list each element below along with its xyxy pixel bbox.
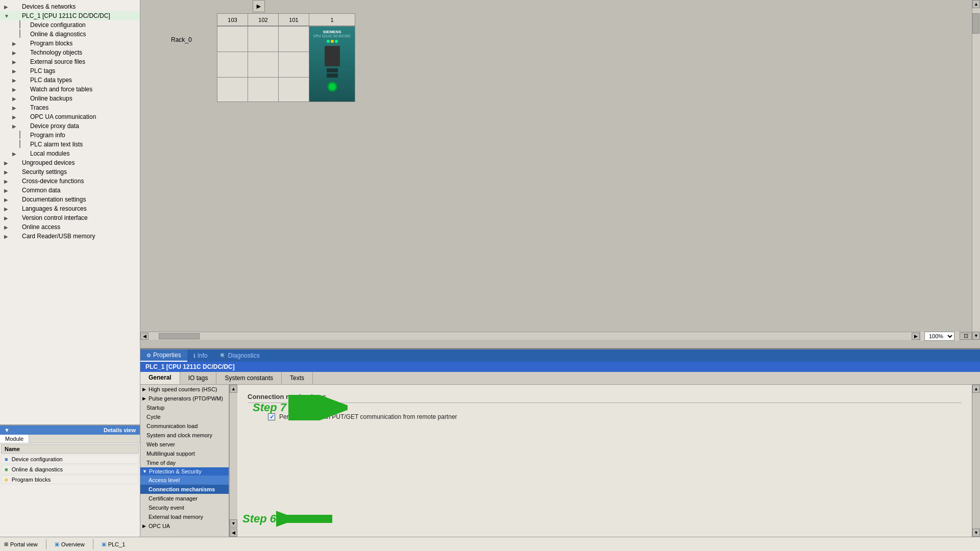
sidebar-item-device-proxy[interactable]: ▶ Device proxy data bbox=[0, 121, 140, 131]
tab-info[interactable]: ℹ Info bbox=[187, 350, 214, 361]
status-portal-view[interactable]: ⊞ Portal view bbox=[4, 541, 38, 547]
details-icon3: ■ bbox=[5, 477, 8, 483]
folder-icon2 bbox=[19, 39, 29, 47]
connection-mechanisms-title: Connection mechanisms bbox=[248, 393, 962, 403]
rack-diagram: ► 103 102 101 1 bbox=[171, 0, 355, 102]
folder-icon6 bbox=[19, 76, 29, 84]
sidebar-item-devices-networks[interactable]: ▶ Devices & networks bbox=[0, 2, 140, 11]
bottom-panel: ⚙ Properties ℹ Info 🔍 Diagnostics PLC_1 … bbox=[140, 348, 980, 537]
portal-icon: ⊞ bbox=[4, 541, 8, 547]
details-row[interactable]: ■ Device configuration bbox=[1, 455, 139, 464]
scroll-left-btn[interactable]: ◀ bbox=[140, 333, 149, 340]
details-title: ▼ Details view bbox=[0, 425, 140, 435]
sidebar-item-ungrouped[interactable]: ▶ Ungrouped devices bbox=[0, 158, 140, 167]
sidebar-item-opc-ua[interactable]: ▶ OPC UA communication bbox=[0, 112, 140, 121]
prop-scroll-down[interactable]: ▼ bbox=[972, 529, 980, 537]
folder-icon13 bbox=[11, 159, 20, 167]
nav-startup[interactable]: Startup bbox=[140, 403, 229, 412]
sidebar-item-online-diagnostics[interactable]: Online & diagnostics bbox=[0, 30, 140, 39]
nav-sys-clock[interactable]: System and clock memory bbox=[140, 431, 229, 440]
folder-icon14 bbox=[11, 168, 20, 176]
nav-scroll-down[interactable]: ▼ bbox=[230, 519, 237, 528]
sidebar-item-cross-device[interactable]: ▶ Cross-device functions bbox=[0, 177, 140, 186]
details-col-name: Name bbox=[1, 444, 139, 454]
nav-multilingual[interactable]: Multilingual support bbox=[140, 449, 229, 458]
arrow-opc-icon: ▶ bbox=[142, 523, 146, 529]
canvas-hscroll[interactable]: ◀ ▶ 100% ⊡ bbox=[140, 332, 972, 340]
sidebar-item-online-backups[interactable]: ▶ Online backups bbox=[0, 94, 140, 103]
nav-protection-security[interactable]: ▼ Protection & Security bbox=[140, 467, 229, 475]
zoom-select[interactable]: 100% bbox=[924, 332, 954, 341]
nav-hsc-group[interactable]: ▶ High speed counters (HSC) bbox=[140, 385, 229, 394]
nav-expand-btn[interactable]: ◀ bbox=[230, 529, 237, 537]
nav-web-server[interactable]: Web server bbox=[140, 440, 229, 449]
nav-security-event[interactable]: Security event bbox=[140, 503, 229, 512]
nav-access-level[interactable]: Access level bbox=[140, 475, 229, 485]
status-plc[interactable]: ▣ PLC_1 bbox=[102, 541, 126, 547]
nav-external-load-memory[interactable]: External load memory bbox=[140, 512, 229, 521]
sidebar-item-plc-alarm[interactable]: PLC alarm text lists bbox=[0, 140, 140, 149]
sidebar-item-local-modules[interactable]: ▶ Local modules bbox=[0, 149, 140, 158]
nav-cycle[interactable]: Cycle bbox=[140, 412, 229, 421]
sidebar-item-plc-data-types[interactable]: ▶ PLC data types bbox=[0, 76, 140, 85]
chevron-right-icon2: ▶ bbox=[12, 41, 19, 46]
nav-certificate-manager[interactable]: Certificate manager bbox=[140, 494, 229, 503]
nav-pulse-group[interactable]: ▶ Pulse generators (PTO/PWM) bbox=[140, 394, 229, 403]
rack-label: Rack_0 bbox=[171, 26, 217, 43]
sidebar-item-documentation[interactable]: ▶ Documentation settings bbox=[0, 195, 140, 204]
sidebar-item-online-access[interactable]: ▶ Online access bbox=[0, 222, 140, 232]
tab-general[interactable]: General bbox=[140, 372, 180, 384]
status-overview[interactable]: ▣ Overview bbox=[55, 541, 85, 547]
cpu-model-label: CPU 1211C DC/DC/DC bbox=[313, 34, 351, 38]
sidebar-item-program-blocks[interactable]: ▶ Program blocks bbox=[0, 39, 140, 48]
app-container: ▶ Devices & networks ▼ PLC_1 [CPU 1211C … bbox=[0, 0, 980, 551]
scroll-h-thumb bbox=[159, 333, 200, 339]
sidebar-item-version-control[interactable]: ▶ Version control interface bbox=[0, 213, 140, 222]
nav-opc-ua-group[interactable]: ▶ OPC UA bbox=[140, 521, 229, 531]
prop-scroll-up[interactable]: ▲ bbox=[972, 385, 980, 393]
sidebar-item-watch-force[interactable]: ▶ Watch and force tables bbox=[0, 85, 140, 94]
nav-comm-load[interactable]: Communication load bbox=[140, 421, 229, 431]
nav-scroll-up[interactable]: ▲ bbox=[230, 385, 237, 393]
sidebar-item-languages[interactable]: ▶ Languages & resources bbox=[0, 204, 140, 213]
scroll-up-btn[interactable]: ▲ bbox=[972, 0, 980, 8]
nav-connection-mechanisms[interactable]: Connection mechanisms bbox=[140, 485, 229, 494]
details-view: ▼ Details view Module Name bbox=[0, 424, 140, 537]
sidebar-item-plc1[interactable]: ▼ PLC_1 [CPU 1211C DC/DC/DC] bbox=[0, 11, 140, 20]
sidebar-item-external-source[interactable]: ▶ External source files bbox=[0, 57, 140, 66]
tab-io-tags[interactable]: IO tags bbox=[180, 372, 217, 384]
doc-icon bbox=[19, 21, 29, 29]
sidebar-item-card-reader[interactable]: ▶ Card Reader/USB memory bbox=[0, 232, 140, 241]
sidebar-item-plc-tags[interactable]: ▶ PLC tags bbox=[0, 66, 140, 76]
details-row[interactable]: ■ Program blocks bbox=[1, 475, 139, 484]
tab-properties[interactable]: ⚙ Properties bbox=[140, 349, 187, 362]
prop-header: ⚙ Properties ℹ Info 🔍 Diagnostics bbox=[140, 349, 980, 362]
rack-arrow-btn[interactable]: ► bbox=[253, 0, 265, 12]
sidebar-item-program-info[interactable]: Program info bbox=[0, 131, 140, 140]
scroll-down-btn[interactable]: ▼ bbox=[972, 332, 980, 340]
doc-icon3 bbox=[19, 131, 29, 139]
details-tab-module[interactable]: Module bbox=[0, 435, 29, 443]
step7-arrow-svg bbox=[286, 395, 348, 420]
step6-label: Step 6 bbox=[242, 512, 276, 525]
sidebar-item-device-config[interactable]: Device configuration bbox=[0, 20, 140, 30]
tab-system-constants[interactable]: System constants bbox=[216, 372, 282, 384]
details-icon2: ■ bbox=[5, 466, 8, 472]
fit-view-btn[interactable]: ⊡ bbox=[960, 333, 972, 340]
sidebar-item-common-data[interactable]: ▶ Common data bbox=[0, 186, 140, 195]
folder-icon20 bbox=[11, 223, 20, 231]
bottom-panel-title: PLC_1 [CPU 1211C DC/DC/DC] bbox=[145, 363, 235, 370]
arrow-hsc-icon: ▶ bbox=[142, 387, 146, 392]
folder-icon16 bbox=[11, 186, 20, 194]
rack-header-103: 103 bbox=[217, 14, 248, 26]
details-row[interactable]: ■ Online & diagnostics bbox=[1, 465, 139, 474]
sidebar-item-security[interactable]: ▶ Security settings bbox=[0, 167, 140, 177]
folder-icon8 bbox=[19, 94, 29, 103]
nav-time-of-day[interactable]: Time of day bbox=[140, 458, 229, 467]
sidebar-item-traces[interactable]: ▶ Traces bbox=[0, 103, 140, 112]
rack-header-101: 101 bbox=[279, 14, 309, 26]
tab-diagnostics[interactable]: 🔍 Diagnostics bbox=[214, 350, 266, 361]
scroll-right-btn[interactable]: ▶ bbox=[912, 333, 920, 340]
tab-texts[interactable]: Texts bbox=[282, 372, 313, 384]
sidebar-item-technology[interactable]: ▶ Technology objects bbox=[0, 48, 140, 57]
